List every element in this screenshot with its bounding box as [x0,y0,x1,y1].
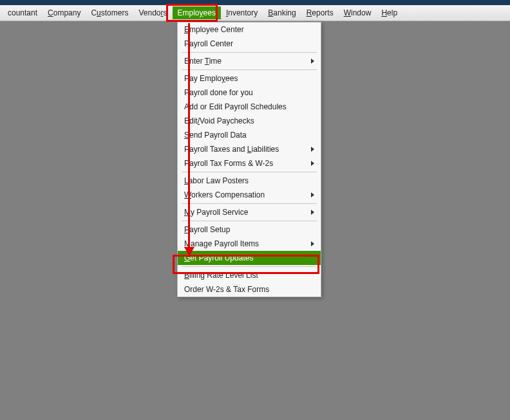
submenu-arrow-icon [311,192,314,197]
submenu-arrow-icon [311,147,314,152]
menu-item-labor-law-posters[interactable]: Labor Law Posters [178,174,321,188]
menu-item-label: Payroll Tax Forms & W-2s [184,159,273,168]
menu-reports[interactable]: Reports [301,6,339,19]
menu-item-add-or-edit-payroll-schedules[interactable]: Add or Edit Payroll Schedules [178,100,321,114]
menu-item-label: Order W-2s & Tax Forms [184,285,269,294]
menu-countant[interactable]: countant [3,6,42,19]
menu-customers[interactable]: Customers [86,6,133,19]
menu-item-payroll-done-for-you[interactable]: Payroll done for you [178,86,321,100]
menu-item-label: Pay Employees [184,74,238,83]
menu-vendors[interactable]: Vendors [133,6,172,19]
menu-help[interactable]: Help [376,6,402,19]
menu-separator [182,172,317,172]
menu-item-payroll-setup[interactable]: Payroll Setup [178,223,321,237]
menu-item-label: Workers Compensation [184,190,265,199]
menu-item-label: Payroll Setup [184,225,230,234]
menu-item-label: Add or Edit Payroll Schedules [184,102,287,111]
menu-item-payroll-taxes-and-liabilities[interactable]: Payroll Taxes and Liabilities [178,142,321,156]
submenu-arrow-icon [311,241,314,246]
employees-dropdown-menu: Employee CenterPayroll CenterEnter TimeP… [177,22,321,297]
menu-item-order-w-2s-tax-forms[interactable]: Order W-2s & Tax Forms [178,282,321,297]
menu-item-my-payroll-service[interactable]: My Payroll Service [178,205,321,219]
menu-separator [182,221,317,221]
menu-separator [182,69,317,70]
menu-window[interactable]: Window [339,6,377,19]
menu-item-label: My Payroll Service [184,208,248,217]
menu-item-label: Enter Time [184,57,222,66]
menu-item-label: Manage Payroll Items [184,239,259,248]
menu-separator [182,266,317,267]
menu-item-label: Edit/Void Paychecks [184,116,254,125]
menu-item-manage-payroll-items[interactable]: Manage Payroll Items [178,237,321,251]
menu-item-label: Get Payroll Updates [184,253,253,262]
menubar: countantCompanyCustomersVendorsEmployees… [0,5,510,21]
menu-item-payroll-tax-forms-w-2s[interactable]: Payroll Tax Forms & W-2s [178,156,321,170]
menu-separator [182,52,317,53]
menu-item-billing-rate-level-list[interactable]: Billing Rate Level List [178,268,321,282]
menu-item-label: Payroll Center [184,39,233,48]
menu-item-label: Employee Center [184,25,244,34]
menu-item-payroll-center[interactable]: Payroll Center [178,37,321,51]
submenu-arrow-icon [311,59,314,64]
menu-item-label: Payroll Taxes and Liabilities [184,145,279,154]
menu-item-edit-void-paychecks[interactable]: Edit/Void Paychecks [178,114,321,128]
menu-item-label: Billing Rate Level List [184,271,258,280]
menu-item-label: Payroll done for you [184,88,253,97]
menu-item-employee-center[interactable]: Employee Center [178,23,321,37]
menu-company[interactable]: Company [42,6,86,19]
menu-item-pay-employees[interactable]: Pay Employees [178,71,321,86]
menu-banking[interactable]: Banking [263,6,301,19]
menu-item-label: Send Payroll Data [184,131,247,140]
window-titlebar [0,0,510,5]
menu-separator [182,203,317,204]
submenu-arrow-icon [311,161,314,166]
menu-item-label: Labor Law Posters [184,176,249,185]
menu-inventory[interactable]: Inventory [221,6,263,19]
menu-item-enter-time[interactable]: Enter Time [178,54,321,68]
menu-item-send-payroll-data[interactable]: Send Payroll Data [178,128,321,142]
menu-item-workers-compensation[interactable]: Workers Compensation [178,188,321,202]
submenu-arrow-icon [311,210,314,215]
menu-employees[interactable]: Employees [173,6,221,19]
menu-item-get-payroll-updates[interactable]: Get Payroll Updates [178,251,321,265]
